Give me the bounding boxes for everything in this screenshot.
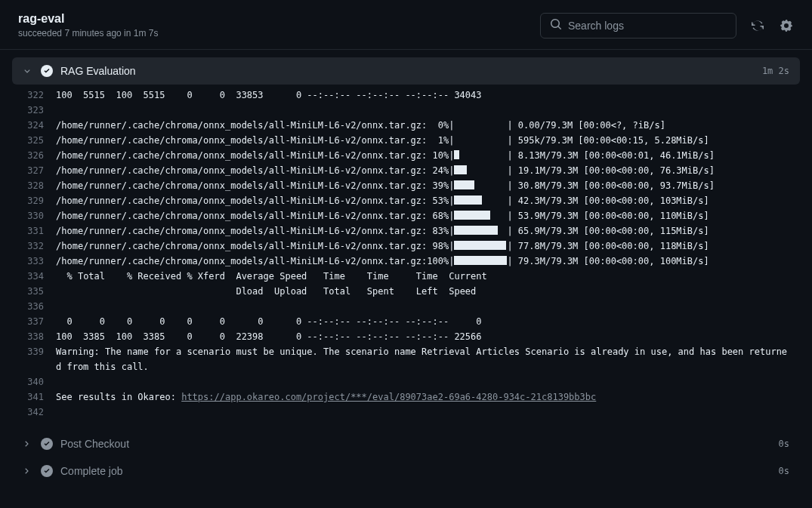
progress-bar (454, 150, 459, 159)
log-line: 332/home/runner/.cache/chroma/onnx_model… (12, 239, 800, 254)
line-number: 323 (12, 103, 56, 118)
line-content: /home/runner/.cache/chroma/onnx_models/a… (56, 254, 800, 269)
line-content: /home/runner/.cache/chroma/onnx_models/a… (56, 148, 800, 163)
line-number: 333 (12, 254, 56, 269)
line-content (56, 103, 800, 118)
log-line: 340 (12, 374, 800, 389)
progress-bar (454, 211, 490, 220)
success-icon (41, 465, 53, 477)
line-content (56, 299, 800, 314)
line-content: /home/runner/.cache/chroma/onnx_models/a… (56, 208, 800, 223)
line-content: /home/runner/.cache/chroma/onnx_models/a… (56, 118, 800, 133)
line-content: /home/runner/.cache/chroma/onnx_models/a… (56, 223, 800, 239)
log-line: 333/home/runner/.cache/chroma/onnx_model… (12, 254, 800, 269)
chevron-right-icon (23, 466, 33, 476)
log-line: 337 0 0 0 0 0 0 0 0 --:--:-- --:--:-- --… (12, 314, 800, 329)
step-duration: 0s (779, 466, 789, 476)
success-icon (41, 65, 53, 77)
chevron-down-icon (23, 66, 33, 75)
log-line: 339Warning: The name for a scenario must… (12, 344, 800, 374)
job-header: rag-eval succeeded 7 minutes ago in 1m 7… (0, 0, 812, 50)
step-complete-job[interactable]: Complete job 0s (12, 457, 800, 485)
line-number: 341 (12, 389, 56, 405)
line-number: 342 (12, 405, 56, 420)
line-number: 324 (12, 118, 56, 133)
log-line: 335 Dload Upload Total Spent Left Speed (12, 284, 800, 299)
line-content: /home/runner/.cache/chroma/onnx_models/a… (56, 239, 800, 254)
line-content: 100 3385 100 3385 0 0 22398 0 --:--:-- -… (56, 329, 800, 344)
line-number: 328 (12, 178, 56, 193)
line-number: 332 (12, 239, 56, 254)
line-number: 340 (12, 374, 56, 389)
line-number: 329 (12, 193, 56, 208)
line-number: 326 (12, 148, 56, 163)
line-number: 322 (12, 88, 56, 103)
line-content: 100 5515 100 5515 0 0 33853 0 --:--:-- -… (56, 88, 800, 103)
line-content: See results in Okareo: https://app.okare… (56, 389, 800, 405)
step-duration: 0s (779, 439, 789, 449)
job-subtitle: succeeded 7 minutes ago in 1m 7s (18, 28, 158, 38)
log-line: 336 (12, 299, 800, 314)
progress-bar (454, 226, 498, 235)
search-icon (550, 18, 568, 32)
progress-bar (454, 241, 506, 250)
log-line: 328/home/runner/.cache/chroma/onnx_model… (12, 178, 800, 193)
log-line: 324/home/runner/.cache/chroma/onnx_model… (12, 118, 800, 133)
line-content: Warning: The name for a scenario must be… (56, 344, 800, 374)
progress-bar (454, 180, 474, 189)
log-line: 334 % Total % Received % Xferd Average S… (12, 269, 800, 284)
progress-bar (454, 165, 467, 174)
results-link[interactable]: https://app.okareo.com/project/***/eval/… (181, 392, 596, 402)
progress-bar (454, 196, 482, 205)
log-line: 327/home/runner/.cache/chroma/onnx_model… (12, 163, 800, 178)
step-rag-evaluation[interactable]: RAG Evaluation 1m 2s (12, 57, 800, 85)
log-line: 338100 3385 100 3385 0 0 22398 0 --:--:-… (12, 329, 800, 344)
step-label: Post Checkout (60, 438, 779, 450)
log-line: 325/home/runner/.cache/chroma/onnx_model… (12, 133, 800, 148)
progress-bar (454, 256, 507, 265)
step-duration: 1m 2s (762, 66, 789, 76)
line-content: % Total % Received % Xferd Average Speed… (56, 269, 800, 284)
step-label: RAG Evaluation (60, 65, 762, 77)
line-content (56, 374, 800, 389)
line-number: 338 (12, 329, 56, 344)
log-line: 326/home/runner/.cache/chroma/onnx_model… (12, 148, 800, 163)
line-number: 336 (12, 299, 56, 314)
log-line: 331/home/runner/.cache/chroma/onnx_model… (12, 223, 800, 239)
line-content: 0 0 0 0 0 0 0 0 --:--:-- --:--:-- --:--:… (56, 314, 800, 329)
log-line: 329/home/runner/.cache/chroma/onnx_model… (12, 193, 800, 208)
line-number: 325 (12, 133, 56, 148)
line-content: /home/runner/.cache/chroma/onnx_models/a… (56, 178, 800, 193)
line-number: 335 (12, 284, 56, 299)
log-line: 341See results in Okareo: https://app.ok… (12, 389, 800, 405)
search-logs[interactable] (540, 13, 736, 38)
log-line: 342 (12, 405, 800, 420)
step-post-checkout[interactable]: Post Checkout 0s (12, 430, 800, 457)
line-number: 339 (12, 344, 56, 374)
rerun-button[interactable] (750, 18, 765, 33)
log-line: 322100 5515 100 5515 0 0 33853 0 --:--:-… (12, 88, 800, 103)
step-label: Complete job (60, 465, 779, 477)
success-icon (41, 438, 53, 450)
line-content: /home/runner/.cache/chroma/onnx_models/a… (56, 163, 800, 178)
settings-button[interactable] (779, 18, 794, 33)
line-content (56, 405, 800, 420)
line-content: /home/runner/.cache/chroma/onnx_models/a… (56, 133, 800, 148)
log-output: 322100 5515 100 5515 0 0 33853 0 --:--:-… (12, 88, 800, 430)
line-number: 331 (12, 223, 56, 239)
log-line: 330/home/runner/.cache/chroma/onnx_model… (12, 208, 800, 223)
line-number: 330 (12, 208, 56, 223)
job-title: rag-eval (18, 12, 158, 26)
line-content: /home/runner/.cache/chroma/onnx_models/a… (56, 193, 800, 208)
chevron-right-icon (23, 439, 33, 448)
search-input[interactable] (568, 20, 727, 32)
line-number: 327 (12, 163, 56, 178)
line-content: Dload Upload Total Spent Left Speed (56, 284, 800, 299)
log-line: 323 (12, 103, 800, 118)
line-number: 334 (12, 269, 56, 284)
line-number: 337 (12, 314, 56, 329)
